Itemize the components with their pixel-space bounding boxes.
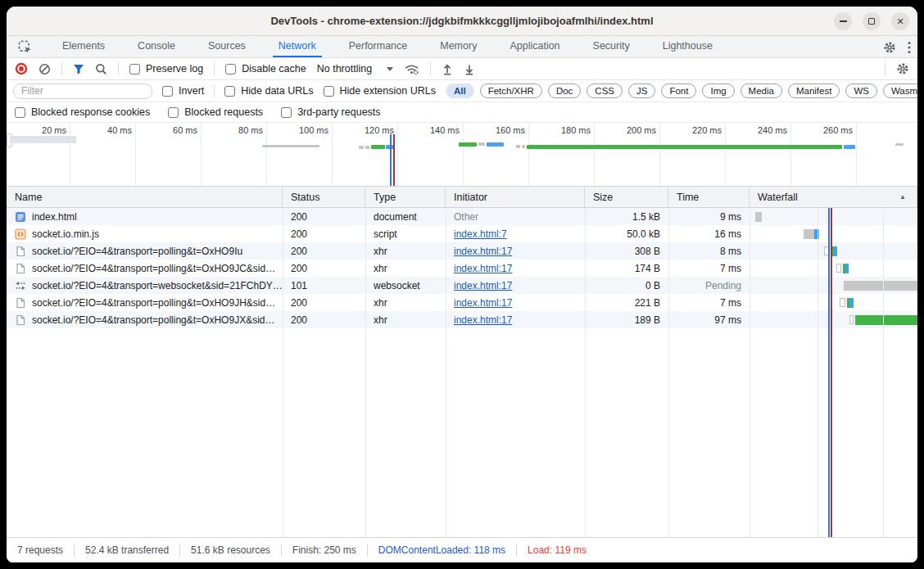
- timeline-gridline: [463, 123, 464, 186]
- blocked-response-cookies-checkbox[interactable]: Blocked response cookies: [15, 106, 150, 118]
- inspect-element-button[interactable]: [13, 36, 36, 57]
- filter-pill-css[interactable]: CSS: [587, 84, 623, 98]
- initiator-link[interactable]: index.html:17: [454, 263, 512, 274]
- record-network-log-button[interactable]: [15, 62, 28, 75]
- timeline-gridline: [594, 123, 595, 186]
- tab-application[interactable]: Application: [504, 36, 565, 57]
- export-har-button[interactable]: [464, 63, 475, 75]
- waterfall-bar-solidgray: [755, 212, 762, 222]
- column-header-size[interactable]: Size: [585, 187, 668, 207]
- column-separator[interactable]: [365, 208, 366, 537]
- invert-checkbox[interactable]: Invert: [162, 85, 204, 97]
- sort-ascending-icon[interactable]: ▲: [899, 193, 906, 201]
- column-separator[interactable]: [750, 208, 750, 537]
- initiator-link[interactable]: index.html:17: [454, 297, 512, 309]
- minimize-button[interactable]: [834, 12, 852, 30]
- timeline-overview[interactable]: 20 ms40 ms60 ms80 ms100 ms120 ms140 ms16…: [7, 123, 917, 187]
- request-initiator-cell: index.html:17: [446, 260, 585, 277]
- tab-lighthouse[interactable]: Lighthouse: [657, 36, 718, 57]
- request-row[interactable]: socket.io/?EIO=4&transport=polling&t=OxH…: [7, 311, 917, 328]
- settings-button[interactable]: [883, 41, 896, 54]
- filter-pill-media[interactable]: Media: [741, 84, 782, 98]
- column-separator[interactable]: [283, 208, 283, 537]
- tab-memory[interactable]: Memory: [434, 36, 482, 57]
- filter-pill-font[interactable]: Font: [661, 84, 696, 98]
- tab-security[interactable]: Security: [587, 36, 636, 57]
- clear-network-log-button[interactable]: [38, 63, 51, 75]
- request-name-cell[interactable]: socket.io/?EIO=4&transport=websocket&sid…: [7, 277, 283, 294]
- request-time-cell: 8 ms: [668, 242, 750, 260]
- request-row[interactable]: socket.io/?EIO=4&transport=polling&t=OxH…: [7, 260, 917, 277]
- request-row[interactable]: socket.io/?EIO=4&transport=polling&t=OxH…: [7, 242, 917, 260]
- request-row[interactable]: socket.io/?EIO=4&transport=polling&t=OxH…: [7, 294, 917, 311]
- initiator-link[interactable]: index.html:7: [454, 228, 507, 240]
- close-button[interactable]: ✕: [891, 12, 909, 30]
- network-settings-button[interactable]: [896, 62, 909, 75]
- tab-network[interactable]: Network: [273, 36, 322, 57]
- column-separator[interactable]: [668, 208, 669, 537]
- request-name-cell[interactable]: socket.io/?EIO=4&transport=polling&t=OxH…: [7, 260, 283, 277]
- request-name-cell[interactable]: socket.io/?EIO=4&transport=polling&t=OxH…: [7, 311, 283, 328]
- initiator-link[interactable]: index.html:17: [454, 314, 512, 326]
- search-button[interactable]: [95, 63, 107, 75]
- file-icon: [15, 297, 26, 309]
- request-name-text: socket.io/?EIO=4&transport=polling&t=OxH…: [32, 297, 275, 309]
- tab-performance[interactable]: Performance: [343, 36, 414, 57]
- request-row[interactable]: socket.io.min.js200scriptindex.html:750.…: [7, 225, 917, 242]
- column-header-status[interactable]: Status: [283, 187, 365, 207]
- request-row[interactable]: socket.io/?EIO=4&transport=websocket&sid…: [7, 277, 917, 294]
- request-name-cell[interactable]: socket.io.min.js: [7, 225, 283, 242]
- column-header-initiator[interactable]: Initiator: [446, 187, 585, 207]
- initiator-link[interactable]: index.html:17: [454, 280, 512, 291]
- filter-toggle-button[interactable]: [73, 64, 84, 75]
- request-name-cell[interactable]: socket.io/?EIO=4&transport=polling&t=OxH…: [7, 294, 283, 311]
- timeline-tick-label: 200 ms: [607, 125, 656, 135]
- request-row[interactable]: index.html200documentOther1.5 kB9 ms: [7, 208, 917, 225]
- 3rd-party-requests-checkbox[interactable]: 3rd-party requests: [281, 106, 380, 118]
- filter-pill-all[interactable]: All: [446, 84, 474, 98]
- preserve-log-checkbox[interactable]: Preserve log: [129, 63, 203, 75]
- blocked-response-cookies-label: Blocked response cookies: [31, 106, 150, 118]
- filter-pill-wasm[interactable]: Wasm: [883, 84, 917, 98]
- filter-pill-fetch-xhr[interactable]: Fetch/XHR: [480, 84, 542, 98]
- script-icon: [15, 228, 26, 240]
- filter-pill-doc[interactable]: Doc: [548, 84, 581, 98]
- column-separator[interactable]: [585, 208, 586, 537]
- throttling-select[interactable]: No throttling: [317, 63, 393, 75]
- import-har-button[interactable]: [442, 63, 453, 75]
- column-header-name[interactable]: Name: [7, 187, 283, 207]
- request-initiator-cell: index.html:7: [446, 225, 585, 242]
- maximize-button[interactable]: [863, 12, 881, 30]
- network-summary-bar: 7 requests52.4 kB transferred51.6 kB res…: [7, 537, 917, 562]
- request-type-cell: xhr: [365, 294, 446, 311]
- column-header-type[interactable]: Type: [365, 187, 446, 207]
- column-header-time[interactable]: Time: [668, 187, 750, 207]
- network-conditions-button[interactable]: [404, 63, 419, 75]
- tab-sources[interactable]: Sources: [202, 36, 251, 57]
- divider: [430, 62, 431, 75]
- hide-extension-urls-checkbox[interactable]: Hide extension URLs: [324, 85, 436, 97]
- hide-data-urls-checkbox[interactable]: Hide data URLs: [224, 85, 313, 97]
- filter-pill-img[interactable]: Img: [702, 84, 734, 98]
- waterfall-bar-blue: [849, 298, 854, 308]
- filter-pill-js[interactable]: JS: [628, 84, 655, 98]
- initiator-link[interactable]: index.html:17: [454, 246, 512, 257]
- search-icon: [95, 63, 107, 75]
- request-initiator-cell: Other: [446, 208, 585, 225]
- filter-input[interactable]: [13, 84, 152, 99]
- disable-cache-checkbox[interactable]: Disable cache: [225, 63, 306, 75]
- column-header-waterfall[interactable]: Waterfall: [750, 187, 917, 207]
- overview-load-marker: [393, 134, 395, 186]
- tab-elements[interactable]: Elements: [57, 36, 111, 57]
- request-name-cell[interactable]: socket.io/?EIO=4&transport=polling&t=OxH…: [7, 242, 283, 260]
- column-separator[interactable]: [446, 208, 446, 537]
- filter-pill-manifest[interactable]: Manifest: [788, 84, 840, 98]
- request-name-cell[interactable]: index.html: [7, 208, 283, 225]
- timeline-gridline: [397, 123, 398, 186]
- overview-domcontentloaded-marker: [390, 134, 392, 186]
- blocked-requests-checkbox[interactable]: Blocked requests: [168, 106, 263, 118]
- request-initiator-cell: index.html:17: [446, 294, 585, 311]
- more-options-button[interactable]: [908, 41, 911, 54]
- filter-pill-ws[interactable]: WS: [845, 84, 877, 98]
- tab-console[interactable]: Console: [132, 36, 181, 57]
